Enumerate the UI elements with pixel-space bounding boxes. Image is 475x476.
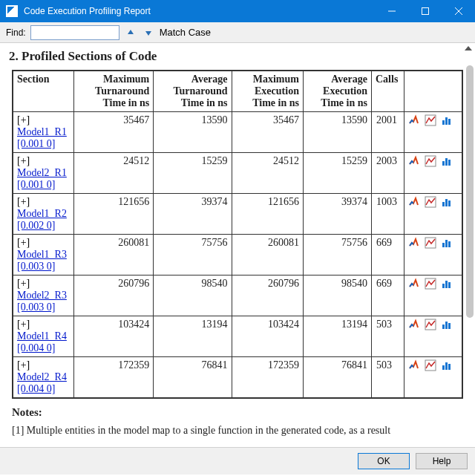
model-subline[interactable]: [0.001 0]: [17, 179, 70, 191]
avg-turnaround-cell: 98540: [154, 276, 232, 316]
bar-chart-icon[interactable]: [441, 196, 453, 208]
help-button[interactable]: Help: [416, 453, 468, 469]
expand-toggle[interactable]: [+]: [17, 196, 30, 207]
expand-toggle[interactable]: [+]: [17, 278, 30, 289]
model-link[interactable]: Model2_R1: [17, 167, 67, 178]
avg-execution-cell: 98540: [303, 276, 371, 316]
svg-rect-9: [442, 161, 445, 166]
svg-rect-30: [445, 362, 448, 370]
model-subline[interactable]: [0.003 0]: [17, 301, 70, 313]
col-avg-execution: Average Execution Time in ns: [303, 71, 371, 112]
matlab-icon[interactable]: [408, 278, 420, 290]
bar-chart-icon[interactable]: [441, 278, 453, 290]
max-turnaround-cell: 172359: [73, 357, 154, 398]
svg-rect-18: [445, 240, 448, 247]
max-execution-cell: 260796: [232, 276, 303, 316]
svg-rect-14: [445, 199, 448, 206]
table-row: [+] Model1_R1 [0.001 0] 35467 13590 3546…: [13, 112, 462, 153]
table-row: [+] Model2_R3 [0.003 0] 260796 98540 260…: [13, 276, 462, 316]
calls-cell: 503: [372, 357, 404, 398]
max-execution-cell: 260081: [232, 235, 303, 276]
ok-button[interactable]: OK: [358, 453, 410, 469]
close-button[interactable]: [442, 0, 475, 22]
svg-rect-7: [448, 119, 451, 125]
bar-chart-icon[interactable]: [441, 114, 453, 126]
section-cell: [+] Model2_R1 [0.001 0]: [13, 153, 74, 194]
matlab-icon[interactable]: [408, 359, 420, 371]
matlab-icon[interactable]: [408, 196, 420, 208]
plot-icon[interactable]: [425, 319, 436, 330]
find-next-button[interactable]: [142, 26, 155, 39]
svg-rect-26: [445, 322, 448, 329]
matlab-icon[interactable]: [408, 237, 420, 249]
match-case-label[interactable]: Match Case: [160, 27, 211, 38]
model-link[interactable]: Model1_R1: [17, 126, 67, 137]
svg-rect-13: [442, 202, 445, 206]
minimize-button[interactable]: [375, 0, 408, 22]
max-execution-cell: 172359: [232, 357, 303, 398]
bar-chart-icon[interactable]: [441, 319, 453, 330]
expand-toggle[interactable]: [+]: [17, 237, 30, 248]
svg-rect-31: [448, 364, 451, 370]
actions-cell: [404, 153, 462, 194]
dialog-footer: OK Help: [0, 448, 475, 475]
model-link[interactable]: Model1_R2: [17, 208, 67, 219]
section-cell: [+] Model1_R4 [0.004 0]: [13, 316, 74, 357]
calls-cell: 503: [372, 316, 404, 357]
maximize-button[interactable]: [408, 0, 442, 22]
avg-turnaround-cell: 39374: [154, 194, 232, 235]
model-link[interactable]: Model2_R4: [17, 371, 67, 382]
table-row: [+] Model1_R4 [0.004 0] 103424 13194 103…: [13, 316, 462, 357]
find-input[interactable]: [30, 25, 119, 40]
find-prev-button[interactable]: [124, 26, 137, 39]
expand-toggle[interactable]: [+]: [17, 359, 30, 371]
max-turnaround-cell: 35467: [73, 112, 154, 153]
calls-cell: 1003: [372, 194, 404, 235]
col-avg-turnaround: Average Turnaround Time in ns: [154, 71, 232, 112]
max-execution-cell: 103424: [232, 316, 303, 357]
plot-icon[interactable]: [425, 114, 436, 126]
max-turnaround-cell: 103424: [73, 316, 154, 357]
col-section: Section: [13, 71, 74, 112]
plot-icon[interactable]: [425, 155, 436, 167]
calls-cell: 669: [372, 276, 404, 316]
model-link[interactable]: Model2_R3: [17, 290, 67, 301]
svg-rect-11: [448, 160, 451, 166]
bar-chart-icon[interactable]: [441, 155, 453, 167]
matlab-icon[interactable]: [408, 319, 420, 330]
model-subline[interactable]: [0.004 0]: [17, 383, 70, 395]
svg-rect-21: [442, 284, 445, 288]
find-label: Find:: [6, 27, 26, 38]
expand-toggle[interactable]: [+]: [17, 114, 30, 125]
scrollbar-thumb[interactable]: [466, 65, 474, 318]
plot-icon[interactable]: [425, 359, 436, 371]
avg-turnaround-cell: 13194: [154, 316, 232, 357]
model-link[interactable]: Model1_R3: [17, 249, 67, 260]
scroll-up-arrow-icon[interactable]: [465, 46, 472, 50]
actions-cell: [404, 316, 462, 357]
plot-icon[interactable]: [425, 196, 436, 208]
section-cell: [+] Model2_R4 [0.004 0]: [13, 357, 74, 398]
plot-icon[interactable]: [425, 237, 436, 249]
col-calls: Calls: [372, 71, 404, 112]
model-subline[interactable]: [0.004 0]: [17, 342, 70, 354]
model-subline[interactable]: [0.002 0]: [17, 220, 70, 232]
svg-rect-23: [448, 282, 451, 288]
expand-toggle[interactable]: [+]: [17, 319, 30, 330]
matlab-icon[interactable]: [408, 155, 420, 167]
expand-toggle[interactable]: [+]: [17, 155, 30, 166]
plot-icon[interactable]: [425, 278, 436, 290]
bar-chart-icon[interactable]: [441, 359, 453, 371]
svg-rect-10: [445, 158, 448, 166]
matlab-icon[interactable]: [408, 114, 420, 126]
model-link[interactable]: Model1_R4: [17, 330, 67, 342]
note-line-1: [1] Multiple entities in the model map t…: [12, 425, 463, 437]
model-subline[interactable]: [0.001 0]: [17, 138, 70, 150]
max-turnaround-cell: 121656: [73, 194, 154, 235]
model-subline[interactable]: [0.003 0]: [17, 261, 70, 273]
table-row: [+] Model1_R2 [0.002 0] 121656 39374 121…: [13, 194, 462, 235]
max-turnaround-cell: 24512: [73, 153, 154, 194]
title-bar: Code Execution Profiling Report: [0, 0, 475, 22]
avg-turnaround-cell: 15259: [154, 153, 232, 194]
bar-chart-icon[interactable]: [441, 237, 453, 249]
